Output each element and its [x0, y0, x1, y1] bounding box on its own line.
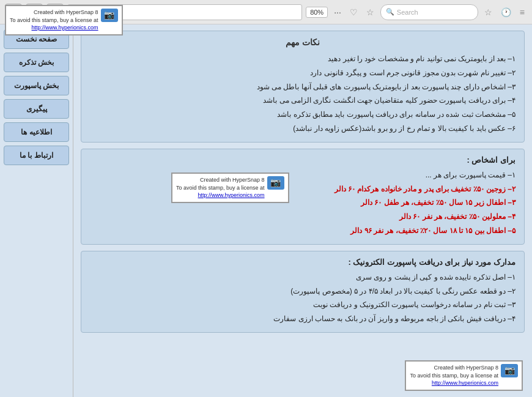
watermark-line1: Created with HyperSnap 8 [10, 9, 98, 17]
camera-icon: 📷 [101, 9, 118, 22]
bookmark-heart-icon[interactable]: ♡ [347, 6, 360, 18]
sidebar-item-passport[interactable]: بخش پاسپورت [4, 76, 69, 95]
history-icon[interactable]: 🕐 [498, 6, 514, 18]
watermark-link[interactable]: http://www.hyperionics.com [32, 24, 98, 31]
section3-line3: ۳– ثبت نام در سامانه درخواست پاسپورت الک… [90, 298, 515, 312]
search-icon: 🔍 [386, 8, 394, 16]
section3-line2: ۲– دو قطعه عکس رنگی با کیفیت بالا در ابع… [90, 284, 515, 299]
section-persons: برای اشخاص : ۱– قیمت پاسپورت برای هر ...… [81, 149, 525, 245]
more-options-button[interactable]: ··· [331, 6, 344, 18]
sidebar-item-notices[interactable]: اطلاعیه ها [4, 122, 69, 142]
watermark-line1-mid: Created with HyperSnap 8 [176, 176, 265, 184]
section2-line1: ۱– قیمت پاسپورت برای هر ... [90, 168, 515, 182]
sidebar-item-followup[interactable]: پیگیری [4, 99, 69, 119]
sidebar: صفحه نخست بخش تذکره بخش پاسپورت پیگیری ا… [0, 24, 73, 397]
sidebar-item-tazkare[interactable]: بخش تذکره [4, 53, 69, 72]
watermark-link-mid[interactable]: http://www.hyperionics.com [198, 192, 265, 198]
search-placeholder: Search [397, 9, 418, 16]
watermark-link-bot[interactable]: http://www.hyperionics.com [432, 380, 498, 386]
watermark-line2-bot: To avoid this stamp, buy a license at [410, 372, 498, 380]
camera-icon-bot: 📷 [501, 364, 518, 377]
section-documents: مدارک مورد نیاز برای دریافت پاسپورت الکت… [81, 251, 525, 333]
watermark-bottomright: 📷 Created with HyperSnap 8 To avoid this… [405, 360, 523, 391]
section3-line1: ۱– اصل تذکره تاییده شده و کپی از پشت و ر… [90, 270, 515, 284]
search-box[interactable]: 🔍 Search [380, 4, 478, 20]
section3-line4: ۴– دریافت فیش بانکی از باجه مربوطه و وار… [90, 312, 515, 326]
section3-subtitle: مدارک مورد نیاز برای دریافت پاسپورت الکت… [90, 258, 515, 267]
section1-line6: ۶– عکس باید با کیفیت بالا و تمام رخ از ر… [90, 122, 515, 136]
section2-line2: ۲– زوجین ۵۰٪ تخفیف برای پدر و مادر خانوا… [90, 182, 515, 196]
watermark-line1-bot: Created with HyperSnap 8 [410, 364, 498, 372]
page-layout: نکات مهم ۱– بعد از بایومتریک نمی توانید … [0, 24, 532, 397]
watermark-line2-mid: To avoid this stamp, buy a license at [176, 184, 265, 192]
menu-icon[interactable]: ≡ [517, 6, 527, 18]
section2-line4: ۴– معلولین ۵۰٪ تخفیف، هر نفر ۶۰ دالر [90, 210, 515, 224]
main-content: نکات مهم ۱– بعد از بایومتریک نمی توانید … [73, 24, 532, 397]
bookmarks-icon[interactable]: ☆ [482, 6, 495, 18]
star-icon[interactable]: ☆ [364, 6, 377, 18]
section-important-notes: نکات مهم ۱– بعد از بایومتریک نمی توانید … [81, 31, 525, 143]
section1-line4: ۴– برای دریافت پاسپورت حضور کلیه متقاضیا… [90, 94, 515, 108]
section1-line3: ۳– اشخاص دارای چند پاسپورت بعد از بایومت… [90, 80, 515, 94]
section1-line2: ۲– تغییر نام شهرت بدون مجوز قانونی جرم ا… [90, 66, 515, 80]
sidebar-item-contact[interactable]: ارتباط با ما [4, 146, 69, 165]
watermark-line2: To avoid this stamp, buy a license at [10, 17, 98, 24]
section1-line5: ۵– مشخصات ثبت شده در سامانه برای دریافت … [90, 108, 515, 122]
section2-line5: ۵– اطفال بین ۱۵ تا ۱۸ سال ۲۰٪ تخفیف، هر … [90, 224, 515, 238]
camera-icon-mid: 📷 [267, 176, 284, 190]
watermark-middle: 📷 Created with HyperSnap 8 To avoid this… [171, 173, 289, 203]
section1-line1: ۱– بعد از بایومتریک نمی توانید نام و مشخ… [90, 52, 515, 66]
watermark-topleft: 📷 Created with HyperSnap 8 To avoid this… [5, 5, 123, 35]
section1-title: نکات مهم [90, 37, 515, 47]
section2-line3: ۳– اطفال زیر ۱۵ سال ۵۰٪ تخفیف، هر طفل ۶۰… [90, 196, 515, 210]
zoom-level: 80% [306, 7, 328, 18]
section2-subtitle: برای اشخاص : [90, 155, 515, 165]
